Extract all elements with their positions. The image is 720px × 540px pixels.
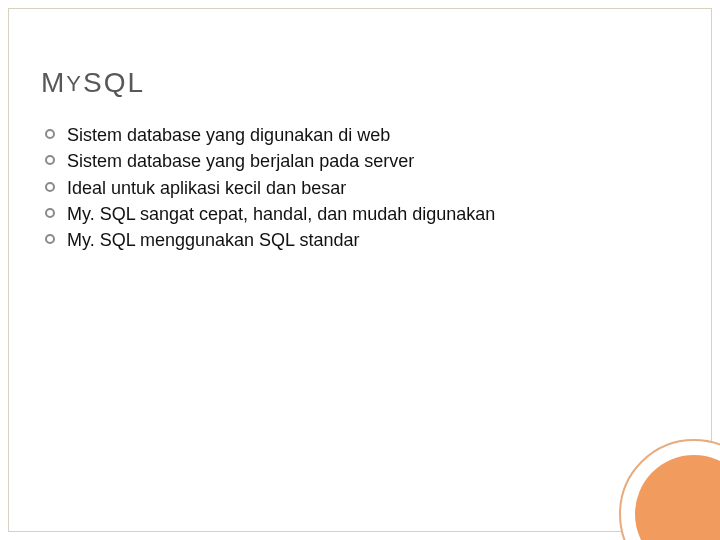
slide: MYSQL Sistem database yang digunakan di … <box>8 8 712 532</box>
title-part-1: M <box>41 67 66 98</box>
circle-bullet-icon <box>45 182 55 192</box>
title-part-2: Y <box>66 71 83 96</box>
corner-decoration <box>619 439 720 540</box>
list-item: Sistem database yang digunakan di web <box>41 123 679 147</box>
circle-bullet-icon <box>45 208 55 218</box>
title-part-3: SQL <box>83 67 145 98</box>
bullet-list: Sistem database yang digunakan di web Si… <box>41 123 679 252</box>
list-item: Sistem database yang berjalan pada serve… <box>41 149 679 173</box>
list-item: My. SQL menggunakan SQL standar <box>41 228 679 252</box>
list-item-text: Sistem database yang digunakan di web <box>67 125 390 145</box>
list-item-text: My. SQL sangat cepat, handal, dan mudah … <box>67 204 495 224</box>
list-item: Ideal untuk aplikasi kecil dan besar <box>41 176 679 200</box>
circle-bullet-icon <box>45 234 55 244</box>
circle-bullet-icon <box>45 155 55 165</box>
slide-title: MYSQL <box>41 67 679 99</box>
list-item: My. SQL sangat cepat, handal, dan mudah … <box>41 202 679 226</box>
circle-bullet-icon <box>45 129 55 139</box>
list-item-text: Ideal untuk aplikasi kecil dan besar <box>67 178 346 198</box>
list-item-text: My. SQL menggunakan SQL standar <box>67 230 360 250</box>
list-item-text: Sistem database yang berjalan pada serve… <box>67 151 414 171</box>
